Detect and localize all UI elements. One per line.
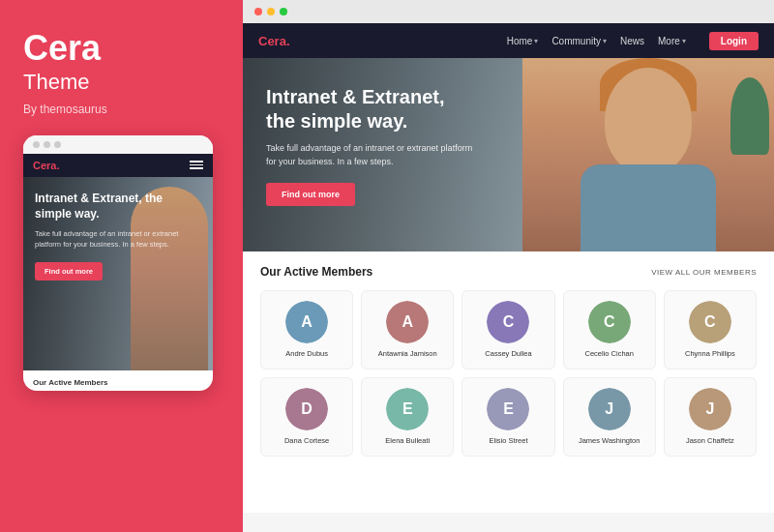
avatar: J [588, 388, 631, 430]
members-grid-row2: DDana CorteseEElena BulleatiEElisio Stre… [260, 377, 757, 457]
left-panel: Cera Theme By themosaurus Cera. Intrane [0, 0, 240, 532]
avatar: C [487, 301, 529, 343]
home-chevron-icon: ▾ [534, 37, 538, 45]
desktop-hero-text: Take full advantage of an intranet or ex… [266, 141, 479, 169]
members-grid-row1: AAndre DubusAAntawnia JamisonCCassey Dul… [260, 290, 757, 369]
nav-community[interactable]: Community ▾ [551, 36, 607, 46]
member-card[interactable]: EElena Bulleati [361, 377, 454, 457]
view-all-members-link[interactable]: VIEW ALL OUR MEMBERS [651, 268, 757, 277]
member-name: James Washington [579, 436, 640, 446]
browser-dot-close[interactable] [254, 8, 262, 15]
plant-decoration [730, 77, 769, 155]
avatar: C [588, 301, 631, 343]
brand-name: Cera Theme By themosaurus [23, 29, 217, 116]
member-card[interactable]: AAndre Dubus [260, 290, 353, 369]
avatar: A [386, 301, 429, 343]
member-name: Cecelio Cichan [584, 349, 633, 359]
avatar: E [487, 388, 529, 430]
login-button[interactable]: Login [709, 32, 759, 50]
mockup-members-title: Our Active Members [23, 370, 213, 391]
desktop-cta-button[interactable]: Find out more [266, 183, 355, 206]
nav-items: Home ▾ Community ▾ News More ▾ Login [507, 32, 759, 50]
dot-3 [54, 141, 61, 148]
avatar: E [386, 388, 429, 430]
avatar: D [285, 388, 328, 430]
desktop-hero-person [522, 58, 774, 251]
member-name: Antawnia Jamison [378, 349, 437, 359]
mobile-mockup: Cera. Intranet & Extranet, the simple wa… [23, 135, 213, 391]
avatar: J [689, 388, 731, 430]
member-name: Andre Dubus [285, 349, 328, 359]
mockup-hero-content: Intranet & Extranet, the simple way. Tak… [35, 191, 201, 281]
member-card[interactable]: DDana Cortese [260, 377, 353, 457]
member-name: Chynna Phillips [685, 349, 735, 359]
mockup-navbar: Cera. [23, 154, 213, 177]
nav-more[interactable]: More ▾ [658, 36, 686, 46]
desktop-navbar: Cera. Home ▾ Community ▾ News More ▾ Log… [243, 23, 774, 58]
person-image [522, 58, 774, 251]
desktop-hero-content: Intranet & Extranet, the simple way. Tak… [266, 85, 479, 206]
members-section: Our Active Members VIEW ALL OUR MEMBERS … [243, 251, 774, 513]
member-card[interactable]: JJason Chaffetz [664, 377, 757, 457]
desktop-logo: Cera. [258, 34, 290, 48]
member-card[interactable]: EElisio Street [461, 377, 554, 457]
person-body [580, 164, 716, 251]
member-card[interactable]: CChynna Phillips [664, 290, 757, 369]
dot-2 [44, 141, 50, 148]
browser-dot-minimize[interactable] [267, 8, 275, 15]
mockup-browser-dots [23, 135, 213, 154]
mockup-hero-text: Take full advantage of an intranet or ex… [35, 228, 201, 251]
member-name: Jason Chaffetz [686, 436, 734, 446]
mockup-cta-button[interactable]: Find out more [35, 262, 103, 281]
member-card[interactable]: JJames Washington [563, 377, 656, 457]
person-head [605, 68, 692, 174]
mockup-hero-title: Intranet & Extranet, the simple way. [35, 191, 201, 223]
member-name: Elena Bulleati [385, 436, 430, 446]
mockup-hero: Intranet & Extranet, the simple way. Tak… [23, 177, 213, 370]
more-chevron-icon: ▾ [682, 37, 686, 45]
community-chevron-icon: ▾ [603, 37, 607, 45]
avatar: A [285, 301, 328, 343]
browser-dot-maximize[interactable] [280, 8, 287, 15]
desktop-hero: Intranet & Extranet, the simple way. Tak… [243, 58, 774, 251]
member-card[interactable]: CCecelio Cichan [563, 290, 656, 369]
member-name: Cassey Dullea [485, 349, 531, 359]
nav-home[interactable]: Home ▾ [507, 36, 539, 46]
browser-chrome [243, 0, 774, 23]
avatar: C [689, 301, 731, 343]
member-card[interactable]: AAntawnia Jamison [361, 290, 454, 369]
members-header: Our Active Members VIEW ALL OUR MEMBERS [260, 265, 757, 279]
member-name: Elisio Street [489, 436, 527, 446]
dot-1 [33, 141, 40, 148]
hamburger-icon[interactable] [190, 161, 203, 169]
desktop-hero-title: Intranet & Extranet, the simple way. [266, 85, 479, 133]
nav-news[interactable]: News [620, 36, 644, 46]
mockup-logo: Cera. [33, 160, 60, 171]
member-card[interactable]: CCassey Dullea [461, 290, 554, 369]
members-title: Our Active Members [260, 265, 372, 279]
right-panel: Cera. Home ▾ Community ▾ News More ▾ Log… [240, 0, 774, 532]
member-name: Dana Cortese [284, 436, 329, 446]
